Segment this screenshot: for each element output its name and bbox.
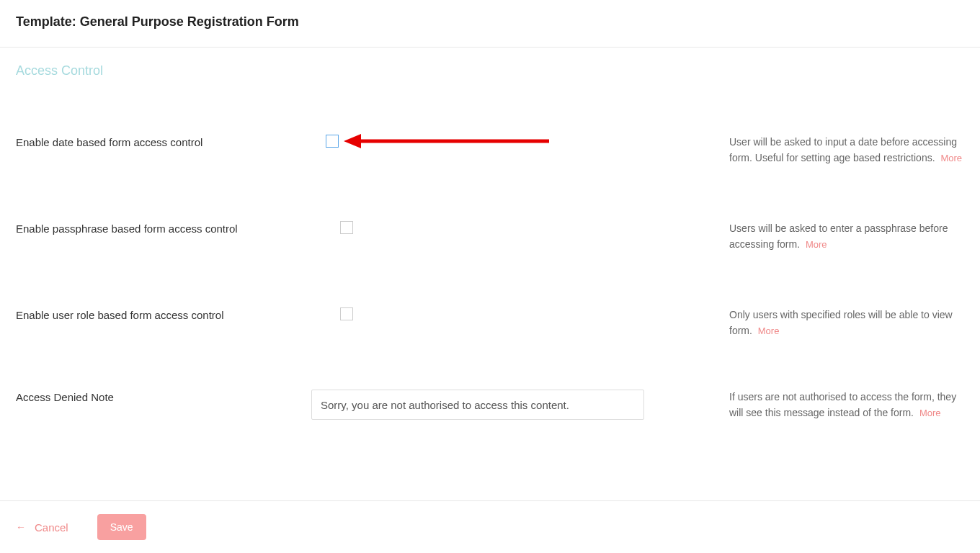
form-row-role-access: Enable user role based form access contr… bbox=[16, 258, 964, 345]
help-col: Users will be asked to enter a passphras… bbox=[729, 221, 964, 252]
label-col: Enable passphrase based form access cont… bbox=[16, 221, 311, 235]
field-label-date-access: Enable date based form access control bbox=[16, 136, 202, 148]
svg-marker-1 bbox=[344, 134, 361, 148]
field-label-passphrase-access: Enable passphrase based form access cont… bbox=[16, 222, 238, 235]
checkbox-date-access[interactable] bbox=[326, 135, 339, 148]
page-header: Template: General Purpose Registration F… bbox=[0, 0, 980, 48]
help-col: Only users with specified roles will be … bbox=[729, 307, 964, 338]
arrow-left-icon: ← bbox=[16, 521, 26, 533]
more-link-passphrase-access[interactable]: More bbox=[806, 239, 827, 250]
input-denied-note[interactable] bbox=[311, 390, 644, 420]
control-col bbox=[311, 307, 729, 320]
control-col bbox=[311, 390, 729, 420]
form-row-date-access: Enable date based form access control Us… bbox=[16, 86, 964, 172]
label-col: Enable user role based form access contr… bbox=[16, 307, 311, 321]
cancel-button[interactable]: ← Cancel bbox=[16, 521, 68, 534]
more-link-role-access[interactable]: More bbox=[758, 325, 780, 336]
footer: ← Cancel Save bbox=[0, 500, 980, 553]
label-col: Enable date based form access control bbox=[16, 135, 311, 148]
help-text-denied-note: If users are not authorised to access th… bbox=[729, 391, 956, 418]
field-label-role-access: Enable user role based form access contr… bbox=[16, 309, 223, 321]
annotation-arrow-icon bbox=[344, 130, 553, 152]
form-row-passphrase-access: Enable passphrase based form access cont… bbox=[16, 172, 964, 258]
label-col: Access Denied Note bbox=[16, 390, 311, 403]
help-text-date-access: User will be asked to input a date befor… bbox=[729, 136, 962, 163]
checkbox-passphrase-access[interactable] bbox=[340, 221, 353, 234]
help-col: User will be asked to input a date befor… bbox=[729, 135, 964, 166]
help-text-role-access: Only users with specified roles will be … bbox=[729, 309, 953, 336]
field-label-denied-note: Access Denied Note bbox=[16, 391, 114, 403]
help-col: If users are not authorised to access th… bbox=[729, 390, 964, 421]
form-section: Enable date based form access control Us… bbox=[0, 86, 980, 421]
more-link-date-access[interactable]: More bbox=[940, 153, 962, 163]
cancel-label: Cancel bbox=[35, 521, 68, 534]
save-button[interactable]: Save bbox=[97, 514, 146, 540]
more-link-denied-note[interactable]: More bbox=[919, 408, 941, 418]
control-col bbox=[311, 221, 729, 234]
control-col bbox=[311, 135, 729, 148]
help-text-passphrase-access: Users will be asked to enter a passphras… bbox=[729, 222, 948, 250]
page-title: Template: General Purpose Registration F… bbox=[16, 14, 964, 30]
section-title: Access Control bbox=[0, 48, 980, 86]
form-row-denied-note: Access Denied Note If users are not auth… bbox=[16, 345, 964, 421]
checkbox-role-access[interactable] bbox=[340, 307, 353, 320]
